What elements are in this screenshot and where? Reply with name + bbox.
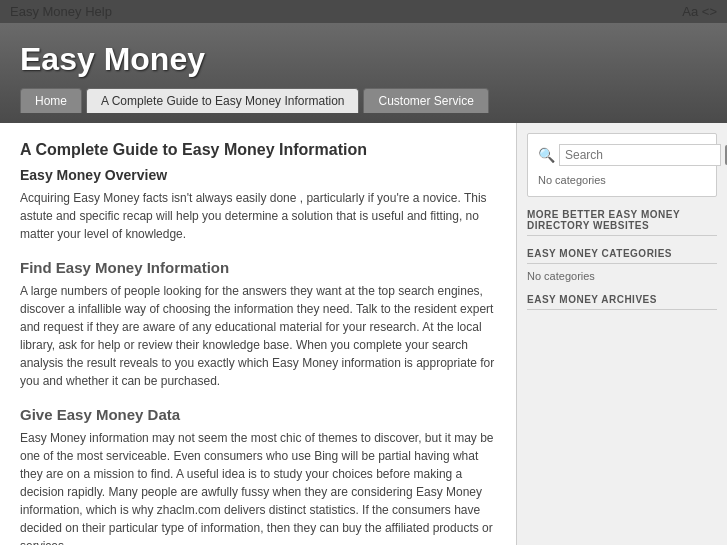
search-no-categories: No categories [538,174,706,186]
section3-heading: Give Easy Money Data [20,406,496,423]
topbar-right-controls[interactable]: Aa <> [682,4,717,19]
topbar-left-text: Easy Money Help [10,4,112,19]
top-bar: Easy Money Help Aa <> [0,0,727,23]
sidebar: 🔍 Go No categories MORE BETTER EASY MONE… [517,123,727,545]
search-input[interactable] [559,144,721,166]
section1-heading: Easy Money Overview [20,167,496,183]
search-icon: 🔍 [538,145,555,165]
section2-heading: Find Easy Money Information [20,259,496,276]
sidebar-section-categories: EASY MONEY CATEGORIES No categories [527,248,717,282]
site-title: Easy Money [20,41,707,78]
nav-tab-guide[interactable]: A Complete Guide to Easy Money Informati… [86,88,359,113]
nav-tab-customer-service[interactable]: Customer Service [363,88,488,113]
section1-text: Acquiring Easy Money facts isn't always … [20,189,496,243]
sidebar-archives-title: EASY MONEY ARCHIVES [527,294,717,310]
sidebar-categories-content: No categories [527,270,717,282]
sidebar-section-archives: EASY MONEY ARCHIVES [527,294,717,310]
site-header: Easy Money Home A Complete Guide to Easy… [0,23,727,123]
section3-text: Easy Money information may not seem the … [20,429,496,545]
section2-text: A large numbers of people looking for th… [20,282,496,390]
content-main-heading: A Complete Guide to Easy Money Informati… [20,141,496,159]
sidebar-directory-title: MORE BETTER EASY MONEY DIRECTORY WEBSITE… [527,209,717,236]
sidebar-section-directory: MORE BETTER EASY MONEY DIRECTORY WEBSITE… [527,209,717,236]
main-content: A Complete Guide to Easy Money Informati… [0,123,517,545]
main-layout: A Complete Guide to Easy Money Informati… [0,123,727,545]
search-form: 🔍 Go [538,144,706,166]
search-widget: 🔍 Go No categories [527,133,717,197]
sidebar-categories-title: EASY MONEY CATEGORIES [527,248,717,264]
main-nav: Home A Complete Guide to Easy Money Info… [20,88,707,113]
nav-tab-home[interactable]: Home [20,88,82,113]
